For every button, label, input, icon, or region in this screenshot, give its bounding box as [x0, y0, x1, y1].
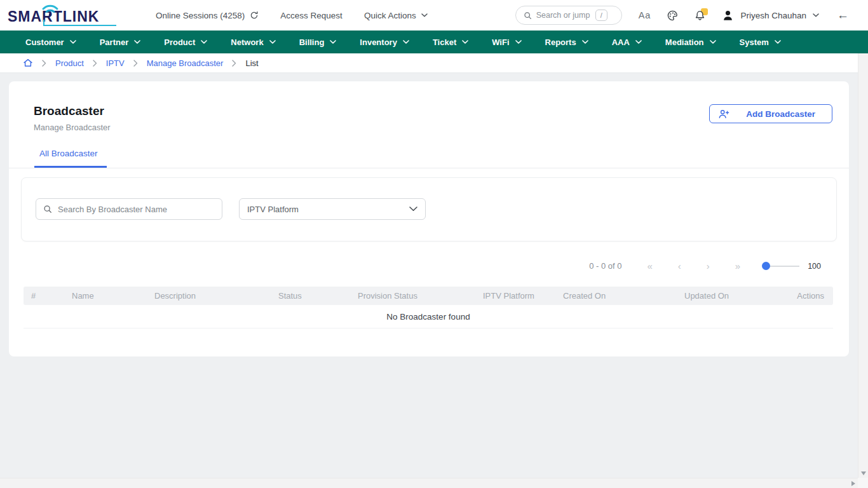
broadcaster-search-input[interactable]	[58, 205, 215, 214]
nav-menu-item[interactable]: System	[740, 37, 781, 47]
chevron-right-icon	[42, 60, 46, 67]
nav-menu-item[interactable]: Network	[231, 37, 275, 47]
nav-menu-item[interactable]: Ticket	[433, 37, 468, 47]
theme-palette-icon[interactable]	[667, 10, 678, 21]
nav-item-label: Billing	[299, 37, 325, 47]
header-links: Online Sessions (4258) Access Request Qu…	[156, 11, 428, 20]
nav-menu-item[interactable]: Partner	[100, 37, 141, 47]
chevron-down-icon	[421, 13, 428, 17]
page-subtitle: Manage Broadcaster	[34, 123, 111, 132]
chevron-down-icon	[409, 207, 417, 212]
chevron-down-icon	[403, 40, 409, 44]
wifi-logo-icon	[41, 3, 60, 16]
home-icon[interactable]	[23, 58, 33, 68]
chevron-down-icon	[515, 40, 522, 44]
table-column-header: Description	[154, 291, 278, 301]
page-title: Broadcaster	[34, 104, 111, 118]
filter-panel: IPTV Platform	[21, 177, 837, 241]
avatar	[722, 10, 734, 22]
nav-menu-item[interactable]: Customer	[25, 37, 76, 47]
empty-state-message: No Broadcaster found	[386, 312, 470, 322]
page-size-slider[interactable]	[762, 262, 799, 270]
refresh-icon[interactable]	[250, 11, 259, 20]
logo-underline	[43, 25, 116, 26]
add-broadcaster-button[interactable]: Add Broadcaster	[709, 104, 832, 123]
nav-item-label: Customer	[25, 37, 64, 47]
quick-actions-menu[interactable]: Quick Actions	[364, 11, 428, 20]
nav-item-label: WiFi	[492, 37, 509, 47]
add-broadcaster-label: Add Broadcaster	[746, 109, 815, 119]
nav-item-label: Network	[231, 37, 263, 47]
iptv-platform-select[interactable]: IPTV Platform	[239, 198, 426, 220]
chevron-down-icon	[710, 40, 716, 44]
chevron-right-icon	[232, 60, 236, 67]
collapse-arrow-icon[interactable]: ←	[837, 8, 849, 22]
nav-menu-item[interactable]: Mediation	[665, 37, 716, 47]
horizontal-scrollbar[interactable]	[0, 478, 858, 488]
breadcrumb-link[interactable]: List	[245, 58, 258, 68]
online-sessions[interactable]: Online Sessions (4258)	[156, 11, 259, 20]
breadcrumb-link[interactable]: IPTV	[106, 58, 125, 68]
breadcrumb-link[interactable]: Manage Broadcaster	[147, 58, 224, 68]
nav-item-label: AAA	[612, 37, 630, 47]
main-content: Broadcaster Manage Broadcaster Add Broad…	[0, 81, 858, 356]
online-sessions-label: Online Sessions (4258)	[156, 11, 245, 20]
chevron-right-icon	[93, 60, 97, 67]
top-header: SMARTLINK Online Sessions (4258) Access …	[0, 0, 868, 30]
nav-item-label: Mediation	[665, 37, 704, 47]
global-search[interactable]: /	[515, 6, 622, 25]
nav-menu-item[interactable]: Product	[164, 37, 207, 47]
breadcrumb: Product IPTV Manage Broadcaster List	[0, 53, 858, 73]
pagination-range: 0 - 0 of 0	[589, 261, 621, 271]
nav-item-label: Reports	[545, 37, 576, 47]
empty-state-row: No Broadcaster found	[24, 305, 833, 329]
first-page-button[interactable]: «	[634, 261, 665, 271]
table-column-header: Provision Status	[358, 291, 483, 301]
last-page-button[interactable]: »	[722, 261, 753, 271]
chevron-down-icon	[269, 40, 276, 44]
table-column-header: IPTV Platform	[483, 291, 563, 301]
search-icon	[43, 205, 52, 214]
nav-menu-item[interactable]: Inventory	[360, 37, 409, 47]
tab-all-broadcaster[interactable]: All Broadcaster	[34, 149, 107, 168]
next-page-button[interactable]: ›	[694, 261, 722, 271]
nav-menu-item[interactable]: Billing	[299, 37, 337, 47]
chevron-down-icon	[330, 40, 336, 44]
chevron-down-icon	[775, 40, 781, 44]
nav-menu-item[interactable]: Reports	[545, 37, 588, 47]
previous-page-button[interactable]: ‹	[665, 261, 694, 271]
global-search-input[interactable]	[536, 11, 591, 20]
chevron-down-icon	[70, 40, 76, 44]
font-size-toggle[interactable]: Aa	[639, 10, 651, 20]
chevron-down-icon	[582, 40, 588, 44]
vertical-scrollbar[interactable]	[858, 53, 868, 478]
chevron-down-icon	[201, 40, 207, 44]
broadcaster-table: # Name Description Status Provision Stat…	[24, 287, 833, 329]
scroll-down-arrow-icon[interactable]	[861, 471, 866, 475]
main-navbar: Customer Partner Product Network	[0, 30, 868, 53]
title-block: Broadcaster Manage Broadcaster	[34, 104, 111, 132]
slider-track	[769, 266, 799, 267]
page-size-value: 100	[808, 262, 821, 271]
table-column-header: Actions	[766, 291, 824, 301]
nav-item-label: Partner	[100, 37, 129, 47]
user-menu[interactable]: Priyesh Chauhan	[722, 10, 819, 22]
scrollbar-corner	[858, 478, 868, 488]
broadcaster-search-field[interactable]	[36, 198, 222, 220]
nav-menu-item[interactable]: WiFi	[492, 37, 521, 47]
smartlink-logo[interactable]: SMARTLINK	[8, 3, 119, 28]
access-request-link[interactable]: Access Request	[280, 11, 342, 20]
chevron-right-icon	[133, 60, 138, 67]
nav-item-label: Ticket	[433, 37, 456, 47]
slash-shortcut-key: /	[595, 10, 607, 21]
chevron-down-icon	[635, 40, 642, 44]
table-column-header: Created On	[563, 291, 684, 301]
slider-handle[interactable]	[762, 262, 770, 270]
iptv-platform-value: IPTV Platform	[247, 205, 409, 214]
notifications-bell-icon[interactable]	[695, 10, 705, 21]
nav-item-label: System	[740, 37, 769, 47]
nav-menu-item[interactable]: AAA	[612, 37, 642, 47]
breadcrumb-link[interactable]: Product	[55, 58, 84, 68]
scroll-right-arrow-icon[interactable]	[851, 481, 855, 486]
quick-actions-label: Quick Actions	[364, 11, 416, 20]
